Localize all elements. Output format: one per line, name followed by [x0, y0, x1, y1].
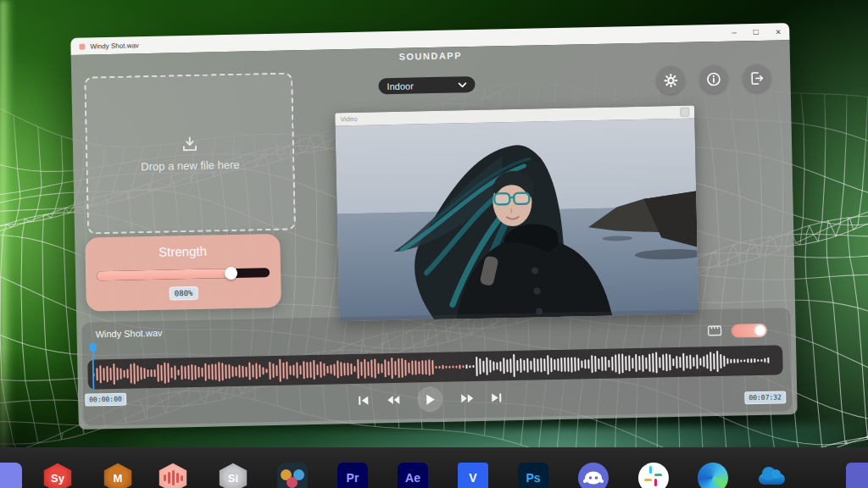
- taskbar-icon-mocha[interactable]: M: [103, 463, 133, 488]
- waveform-bar: [754, 358, 755, 363]
- waveform-bar: [353, 366, 355, 372]
- waveform-bar: [140, 367, 142, 380]
- waveform-bar: [676, 356, 677, 369]
- waveform-bar: [442, 365, 443, 369]
- rewind-button[interactable]: [387, 395, 400, 405]
- preset-dropdown[interactable]: Indoor: [378, 76, 475, 94]
- maximize-button[interactable]: □: [754, 24, 759, 41]
- waveform-bar: [170, 368, 172, 378]
- toggle-knob: [755, 325, 765, 336]
- waveform-bar: [469, 365, 470, 367]
- waveform-bar: [540, 358, 542, 372]
- waveform-bar: [621, 353, 623, 373]
- waveform-bar: [632, 358, 633, 369]
- waveform-bar: [201, 368, 203, 376]
- video-sync-button[interactable]: [708, 324, 722, 336]
- waveform-bar: [737, 359, 738, 363]
- waveform-bar: [248, 363, 250, 380]
- settings-button[interactable]: [656, 66, 685, 95]
- transport-controls: [358, 383, 503, 415]
- taskbar-icon-after-effects[interactable]: Ae: [398, 463, 428, 488]
- strength-value-badge: 080%: [170, 286, 198, 301]
- strength-slider[interactable]: [97, 268, 270, 280]
- export-button[interactable]: [743, 64, 771, 93]
- skip-end-button[interactable]: [491, 392, 502, 402]
- taskbar-icon-m365[interactable]: [846, 463, 868, 488]
- video-panel-button[interactable]: [680, 108, 689, 117]
- waveform-bar: [282, 363, 284, 379]
- file-dropzone[interactable]: Drop a new file here: [84, 72, 296, 234]
- info-button[interactable]: [699, 65, 728, 94]
- icon-label: M: [114, 472, 123, 485]
- waveform-bar: [520, 358, 521, 374]
- playhead-marker[interactable]: [88, 342, 98, 391]
- waveform-bar: [184, 366, 186, 379]
- waveform-bar: [374, 359, 376, 379]
- taskbar-icon-soundapp[interactable]: [158, 463, 188, 488]
- waveform-bar: [693, 358, 694, 366]
- waveform-bar: [533, 358, 535, 373]
- waveform-bar: [723, 356, 725, 367]
- taskbar-icon-v-app[interactable]: V: [458, 463, 488, 488]
- waveform-bar: [157, 364, 159, 382]
- waveform-bar: [499, 361, 501, 371]
- taskbar-icon-onedrive[interactable]: [757, 463, 787, 488]
- waveform-bar: [272, 363, 274, 379]
- taskbar-icon-discord[interactable]: [578, 463, 609, 488]
- waveform-bar: [252, 364, 253, 377]
- waveform-bar: [120, 369, 121, 380]
- waveform-bar: [659, 357, 660, 369]
- taskbar-icon-teams[interactable]: [0, 463, 22, 488]
- strength-panel: Strength 080%: [85, 234, 281, 312]
- taskbar-icon-premiere-pro[interactable]: Pr: [337, 463, 368, 488]
- taskbar: Sy M Si Pr Ae V Ps: [0, 447, 868, 488]
- icon-label: Ps: [526, 471, 540, 485]
- waveform-bar: [564, 358, 565, 372]
- waveform-bar: [438, 366, 440, 369]
- waveform-bar: [703, 357, 704, 367]
- taskbar-icon-davinci-resolve[interactable]: [277, 463, 308, 488]
- waveform-bar: [211, 364, 213, 380]
- close-button[interactable]: ×: [776, 23, 782, 40]
- strength-slider-thumb[interactable]: [225, 267, 237, 280]
- waveform-bar: [377, 363, 379, 374]
- waveform-bar: [147, 369, 148, 378]
- waveform-bar: [387, 361, 389, 375]
- video-preview[interactable]: [335, 119, 698, 322]
- waveform-bar: [550, 358, 552, 372]
- waveform-bar: [554, 359, 555, 370]
- waveform-bar: [316, 364, 318, 374]
- waveform-bar: [330, 365, 331, 374]
- icon-label: Ae: [405, 471, 420, 485]
- process-toggle[interactable]: [731, 324, 766, 338]
- waveform-bar: [547, 355, 548, 374]
- waveform-bar: [218, 362, 220, 381]
- icon-label: Pr: [347, 471, 359, 485]
- preset-value: Indoor: [387, 80, 413, 92]
- taskbar-icon-edge[interactable]: [698, 463, 728, 488]
- waveform-bar: [299, 365, 301, 375]
- strength-slider-fill: [97, 269, 231, 280]
- chevron-down-icon: [458, 82, 466, 87]
- waveform-bar: [509, 358, 511, 373]
- skip-start-button[interactable]: [358, 396, 369, 406]
- waveform-bar: [435, 366, 437, 368]
- timeline-filename: Windy Shot.wav: [95, 328, 162, 340]
- minimize-button[interactable]: –: [732, 24, 737, 41]
- waveform-bar: [123, 370, 125, 378]
- waveform-bar: [767, 358, 769, 363]
- waveform-bar: [408, 363, 409, 374]
- taskbar-icon-silhouette[interactable]: Si: [218, 463, 248, 488]
- taskbar-icon-sapphire[interactable]: Sy: [42, 463, 73, 488]
- waveform-bar: [482, 360, 484, 372]
- taskbar-icon-photoshop[interactable]: Ps: [518, 463, 548, 488]
- waveform-bar: [326, 366, 328, 374]
- waveform-bar: [113, 363, 115, 385]
- app-icon: [79, 43, 85, 49]
- taskbar-icon-slack[interactable]: [638, 463, 669, 488]
- waveform-bar: [743, 359, 745, 362]
- fast-forward-button[interactable]: [460, 393, 474, 403]
- play-button[interactable]: [417, 386, 443, 413]
- waveform-bar: [255, 363, 257, 379]
- playhead-pin-icon: [88, 342, 98, 391]
